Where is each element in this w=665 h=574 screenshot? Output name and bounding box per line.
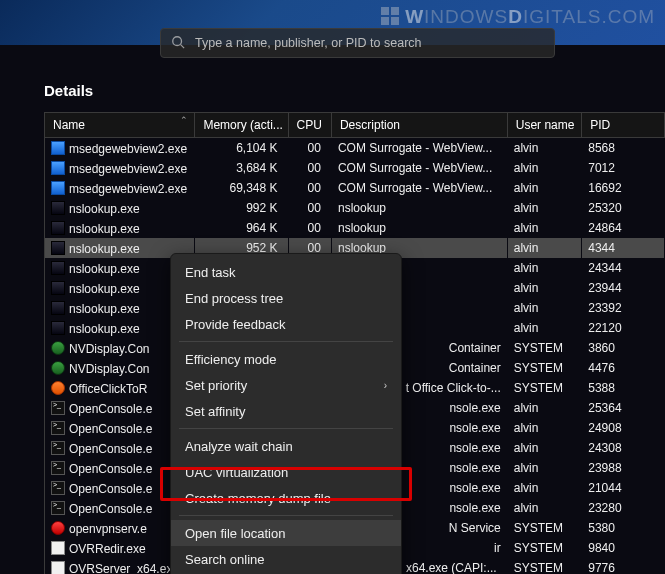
cell-pid: 5380 bbox=[582, 518, 665, 538]
cell-pid: 7012 bbox=[582, 158, 665, 178]
cell-memory: 992 K bbox=[195, 198, 288, 218]
cell-user: alvin bbox=[507, 138, 581, 159]
svg-line-5 bbox=[181, 44, 185, 48]
menu-item-label: Efficiency mode bbox=[185, 352, 277, 367]
cell-name: msedgewebview2.exe bbox=[45, 178, 195, 198]
menu-item-label: Search online bbox=[185, 552, 265, 567]
process-icon bbox=[51, 281, 65, 295]
svg-rect-0 bbox=[381, 7, 389, 15]
cell-name: msedgewebview2.exe bbox=[45, 158, 195, 178]
process-icon bbox=[51, 341, 65, 355]
menu-item-analyze-wait-chain[interactable]: Analyze wait chain bbox=[171, 433, 401, 459]
cell-user: alvin bbox=[507, 178, 581, 198]
process-icon bbox=[51, 541, 65, 555]
menu-item-efficiency-mode[interactable]: Efficiency mode bbox=[171, 346, 401, 372]
cell-user: alvin bbox=[507, 258, 581, 278]
table-row[interactable]: msedgewebview2.exe3,684 K00COM Surrogate… bbox=[45, 158, 665, 178]
context-menu: End taskEnd process treeProvide feedback… bbox=[170, 253, 402, 574]
menu-separator bbox=[179, 515, 393, 516]
process-icon bbox=[51, 441, 65, 455]
menu-separator bbox=[179, 428, 393, 429]
table-row[interactable]: msedgewebview2.exe6,104 K00COM Surrogate… bbox=[45, 138, 665, 159]
menu-item-label: End task bbox=[185, 265, 236, 280]
cell-user: alvin bbox=[507, 218, 581, 238]
process-icon bbox=[51, 501, 65, 515]
cell-user: alvin bbox=[507, 278, 581, 298]
cell-user: alvin bbox=[507, 298, 581, 318]
cell-user: SYSTEM bbox=[507, 518, 581, 538]
cell-pid: 4476 bbox=[582, 358, 665, 378]
cell-user: SYSTEM bbox=[507, 538, 581, 558]
cell-pid: 23280 bbox=[582, 498, 665, 518]
cell-pid: 5388 bbox=[582, 378, 665, 398]
process-icon bbox=[51, 481, 65, 495]
menu-item-end-task[interactable]: End task bbox=[171, 259, 401, 285]
process-icon bbox=[51, 381, 65, 395]
cell-description: nslookup bbox=[331, 198, 507, 218]
menu-item-search-online[interactable]: Search online bbox=[171, 546, 401, 572]
svg-rect-2 bbox=[381, 17, 389, 25]
cell-pid: 22120 bbox=[582, 318, 665, 338]
col-header-description[interactable]: Description bbox=[331, 113, 507, 138]
process-icon bbox=[51, 301, 65, 315]
search-input[interactable] bbox=[195, 36, 544, 50]
cell-name: nslookup.exe bbox=[45, 218, 195, 238]
process-icon bbox=[51, 361, 65, 375]
menu-item-set-priority[interactable]: Set priority› bbox=[171, 372, 401, 398]
menu-item-label: UAC virtualization bbox=[185, 465, 288, 480]
process-icon bbox=[51, 461, 65, 475]
col-header-cpu[interactable]: CPU bbox=[288, 113, 331, 138]
svg-point-4 bbox=[173, 36, 182, 45]
col-header-memory[interactable]: Memory (acti... bbox=[195, 113, 288, 138]
cell-description: COM Surrogate - WebView... bbox=[331, 138, 507, 159]
cell-user: alvin bbox=[507, 478, 581, 498]
menu-item-label: Set affinity bbox=[185, 404, 245, 419]
cell-pid: 3860 bbox=[582, 338, 665, 358]
cell-user: SYSTEM bbox=[507, 378, 581, 398]
menu-item-uac-virtualization[interactable]: UAC virtualization bbox=[171, 459, 401, 485]
cell-description: COM Surrogate - WebView... bbox=[331, 158, 507, 178]
cell-pid: 16692 bbox=[582, 178, 665, 198]
cell-user: alvin bbox=[507, 158, 581, 178]
cell-pid: 24308 bbox=[582, 438, 665, 458]
menu-item-create-memory-dump-file[interactable]: Create memory dump file bbox=[171, 485, 401, 511]
watermark: WINDOWSDIGITALS.COM bbox=[381, 6, 655, 28]
page-title: Details bbox=[44, 82, 93, 99]
search-bar[interactable] bbox=[160, 28, 555, 58]
menu-separator bbox=[179, 341, 393, 342]
search-icon bbox=[171, 35, 185, 52]
menu-item-provide-feedback[interactable]: Provide feedback bbox=[171, 311, 401, 337]
col-header-name[interactable]: Name⌃ bbox=[45, 113, 195, 138]
table-row[interactable]: msedgewebview2.exe69,348 K00COM Surrogat… bbox=[45, 178, 665, 198]
sort-indicator-icon: ⌃ bbox=[180, 115, 188, 125]
cell-name: msedgewebview2.exe bbox=[45, 138, 195, 159]
chevron-right-icon: › bbox=[384, 380, 387, 391]
svg-rect-3 bbox=[391, 17, 399, 25]
cell-pid: 24864 bbox=[582, 218, 665, 238]
process-icon bbox=[51, 321, 65, 335]
process-icon bbox=[51, 561, 65, 575]
cell-pid: 4344 bbox=[582, 238, 665, 258]
cell-memory: 69,348 K bbox=[195, 178, 288, 198]
table-row[interactable]: nslookup.exe992 K00nslookupalvin25320 bbox=[45, 198, 665, 218]
process-icon bbox=[51, 141, 65, 155]
svg-rect-1 bbox=[391, 7, 399, 15]
process-icon bbox=[51, 161, 65, 175]
menu-item-set-affinity[interactable]: Set affinity bbox=[171, 398, 401, 424]
process-icon bbox=[51, 201, 65, 215]
cell-pid: 25364 bbox=[582, 398, 665, 418]
process-icon bbox=[51, 401, 65, 415]
cell-user: alvin bbox=[507, 498, 581, 518]
cell-cpu: 00 bbox=[288, 218, 331, 238]
menu-item-end-process-tree[interactable]: End process tree bbox=[171, 285, 401, 311]
table-row[interactable]: nslookup.exe964 K00nslookupalvin24864 bbox=[45, 218, 665, 238]
menu-item-open-file-location[interactable]: Open file location bbox=[171, 520, 401, 546]
menu-item-label: Create memory dump file bbox=[185, 491, 331, 506]
col-header-pid[interactable]: PID bbox=[582, 113, 665, 138]
cell-user: alvin bbox=[507, 398, 581, 418]
process-icon bbox=[51, 261, 65, 275]
col-header-user[interactable]: User name bbox=[507, 113, 581, 138]
cell-pid: 9776 bbox=[582, 558, 665, 574]
cell-cpu: 00 bbox=[288, 138, 331, 159]
cell-pid: 24344 bbox=[582, 258, 665, 278]
